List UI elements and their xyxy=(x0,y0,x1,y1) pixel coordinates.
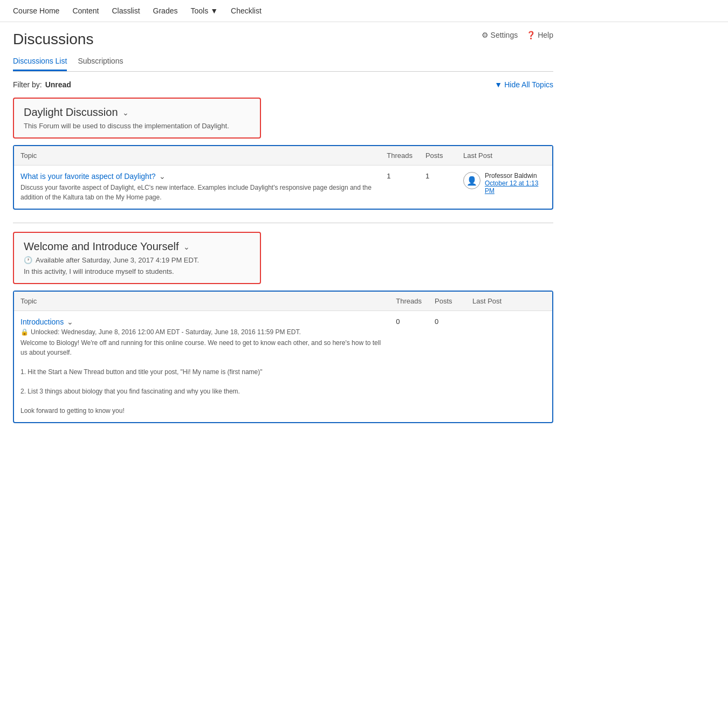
nav-classlist[interactable]: Classlist xyxy=(112,6,140,15)
help-link[interactable]: ❓ Help xyxy=(526,31,553,39)
topic-cell-daylight: What is your favorite aspect of Daylight… xyxy=(14,165,380,209)
nav-grades[interactable]: Grades xyxy=(153,6,178,15)
forum-desc-welcome: In this activity, I will introduce mysel… xyxy=(24,267,250,275)
page-title: Discussions xyxy=(13,31,93,48)
settings-link[interactable]: ⚙ Settings xyxy=(482,31,518,39)
topic-desc-introductions: Welcome to Biology! We're off and runnin… xyxy=(20,338,383,416)
topic-cell-introductions: Introductions ⌄ 🔒 Unlocked: Wednesday, J… xyxy=(14,311,389,423)
topic-chevron-introductions[interactable]: ⌄ xyxy=(67,318,73,326)
page-header: Discussions ⚙ Settings ❓ Help xyxy=(13,31,553,48)
col-last-post-2: Last Post xyxy=(466,292,552,311)
nav-course-home[interactable]: Course Home xyxy=(13,6,59,15)
table-row-introductions: Introductions ⌄ 🔒 Unlocked: Wednesday, J… xyxy=(14,311,552,423)
header-actions: ⚙ Settings ❓ Help xyxy=(482,31,553,39)
nav-tools[interactable]: Tools xyxy=(190,6,208,15)
nav-checklist[interactable]: Checklist xyxy=(231,6,262,15)
topics-table-daylight-inner: Topic Threads Posts Last Post What is yo… xyxy=(14,146,552,209)
avatar-daylight: 👤 xyxy=(463,172,480,189)
topic-link-introductions[interactable]: Introductions ⌄ xyxy=(20,318,383,326)
col-last-post: Last Post xyxy=(457,146,552,165)
forum-daylight-discussion: Daylight Discussion ⌄ This Forum will be… xyxy=(13,98,553,210)
topics-table-welcome: Topic Threads Posts Last Post Introducti… xyxy=(13,291,553,423)
filter-row: Filter by: Unread ▼ Hide All Topics xyxy=(13,80,553,89)
posts-cell-daylight: 1 xyxy=(419,165,457,209)
lock-info-text: Unlocked: Wednesday, June 8, 2016 12:00 … xyxy=(31,328,301,336)
help-icon: ❓ xyxy=(526,31,535,39)
tools-dropdown-icon: ▼ xyxy=(210,6,218,15)
filter-label: Filter by: xyxy=(13,80,42,89)
col-threads: Threads xyxy=(380,146,419,165)
last-post-date-daylight[interactable]: October 12 at 1:13 PM xyxy=(485,180,546,195)
last-post-cell-introductions xyxy=(466,311,552,423)
forum-desc-daylight: This Forum will be used to discuss the i… xyxy=(24,122,250,130)
last-post-info-daylight: 👤 Professor Baldwin October 12 at 1:13 P… xyxy=(463,172,546,195)
tab-discussions-list[interactable]: Discussions List xyxy=(13,52,67,71)
topic-link-daylight[interactable]: What is your favorite aspect of Daylight… xyxy=(20,172,374,181)
table-row: What is your favorite aspect of Daylight… xyxy=(14,165,552,209)
topics-table-welcome-inner: Topic Threads Posts Last Post Introducti… xyxy=(14,292,552,422)
topic-chevron-daylight[interactable]: ⌄ xyxy=(159,172,166,181)
col-posts-2: Posts xyxy=(428,292,466,311)
forum-title-row-daylight: Daylight Discussion ⌄ xyxy=(24,106,250,119)
forum-title-daylight: Daylight Discussion xyxy=(24,106,118,119)
forum-chevron-daylight[interactable]: ⌄ xyxy=(122,108,129,117)
lock-info-row: 🔒 Unlocked: Wednesday, June 8, 2016 12:0… xyxy=(20,328,383,336)
filter-left: Filter by: Unread xyxy=(13,80,71,89)
col-topic-2: Topic xyxy=(14,292,389,311)
tabs-container: Discussions List Subscriptions xyxy=(13,52,553,72)
nav-bar: Course Home Content Classlist Grades Too… xyxy=(0,0,728,22)
col-topic: Topic xyxy=(14,146,380,165)
tab-subscriptions[interactable]: Subscriptions xyxy=(78,52,123,71)
last-post-text-daylight: Professor Baldwin October 12 at 1:13 PM xyxy=(485,172,546,195)
forum-chevron-welcome[interactable]: ⌄ xyxy=(183,243,190,251)
forum-title-row-welcome: Welcome and Introduce Yourself ⌄ xyxy=(24,240,250,253)
posts-cell-introductions: 0 xyxy=(428,311,466,423)
table-header-row: Topic Threads Posts Last Post xyxy=(14,146,552,165)
col-threads-2: Threads xyxy=(389,292,428,311)
clock-icon: 🕐 xyxy=(24,256,32,264)
table-header-row-2: Topic Threads Posts Last Post xyxy=(14,292,552,311)
forum-availability-welcome: 🕐 Available after Saturday, June 3, 2017… xyxy=(24,256,250,264)
forum-welcome-introduce: Welcome and Introduce Yourself ⌄ 🕐 Avail… xyxy=(13,232,553,423)
topics-table-daylight: Topic Threads Posts Last Post What is yo… xyxy=(13,145,553,210)
topic-desc-daylight: Discuss your favorite aspect of Daylight… xyxy=(20,183,374,202)
col-posts: Posts xyxy=(419,146,457,165)
triangle-icon: ▼ xyxy=(495,80,502,89)
threads-cell-daylight: 1 xyxy=(380,165,419,209)
nav-content[interactable]: Content xyxy=(72,6,99,15)
main-content: Discussions ⚙ Settings ❓ Help Discussion… xyxy=(0,22,566,445)
forum-header-daylight: Daylight Discussion ⌄ This Forum will be… xyxy=(13,98,261,139)
threads-cell-introductions: 0 xyxy=(389,311,428,423)
gear-icon: ⚙ xyxy=(482,31,489,39)
section-divider xyxy=(13,223,553,223)
forum-title-welcome: Welcome and Introduce Yourself xyxy=(24,240,179,253)
filter-value: Unread xyxy=(45,80,71,89)
hide-all-topics-link[interactable]: ▼ Hide All Topics xyxy=(495,80,553,89)
lock-icon: 🔒 xyxy=(20,328,29,336)
last-post-author-daylight: Professor Baldwin xyxy=(485,172,546,180)
forum-header-welcome: Welcome and Introduce Yourself ⌄ 🕐 Avail… xyxy=(13,232,261,284)
last-post-cell-daylight: 👤 Professor Baldwin October 12 at 1:13 P… xyxy=(457,165,552,209)
